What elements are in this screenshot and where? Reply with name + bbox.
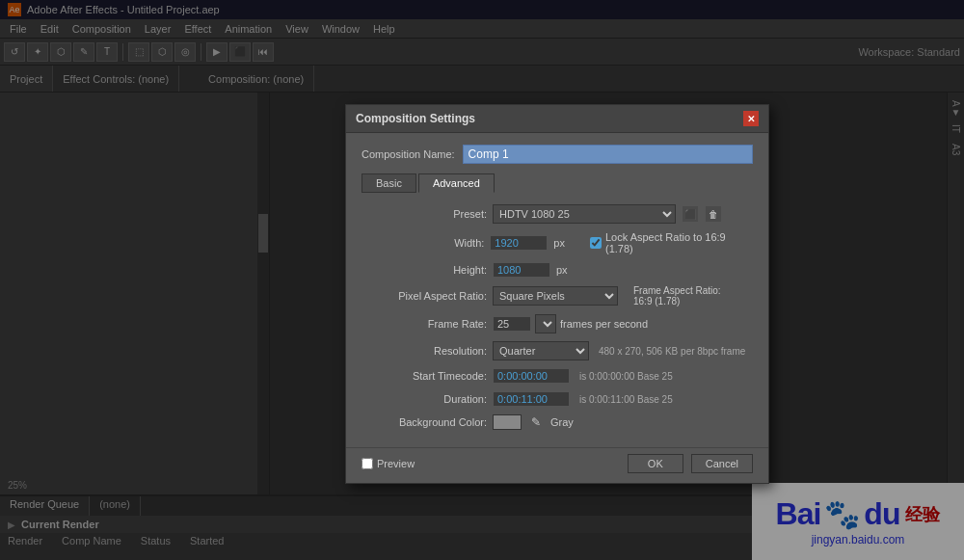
preview-checkbox-row: Preview	[362, 458, 415, 469]
resolution-info: 480 x 270, 506 KB per 8bpc frame	[599, 346, 745, 357]
lock-aspect-row: Lock Aspect Ratio to 16:9 (1.78)	[590, 231, 753, 254]
preset-icon-btn-1[interactable]: ⬛	[682, 205, 699, 223]
preset-icon-btn-2[interactable]: 🗑	[705, 205, 722, 223]
dialog-footer: Preview OK Cancel	[346, 447, 768, 483]
width-unit: px	[553, 237, 565, 249]
dialog-body: Composition Name: Basic Advanced Preset:…	[346, 133, 768, 447]
duration-label: Duration:	[362, 393, 487, 405]
frame-aspect-value: 16:9 (1.78)	[633, 296, 721, 307]
cancel-button[interactable]: Cancel	[691, 454, 753, 473]
frame-aspect-info: Frame Aspect Ratio: 16:9 (1.78)	[633, 285, 721, 307]
preview-label: Preview	[377, 458, 415, 469]
bg-color-row: Background Color: ✎ Gray	[362, 414, 753, 430]
frame-rate-dropdown[interactable]: ▾	[535, 314, 556, 333]
dialog-close-button[interactable]: ✕	[743, 111, 759, 126]
width-row: Width: px Lock Aspect Ratio to 16:9 (1.7…	[362, 231, 753, 254]
start-timecode-row: Start Timecode: is 0:00:00:00 Base 25	[362, 368, 753, 384]
tab-advanced[interactable]: Advanced	[418, 173, 495, 193]
frame-rate-input[interactable]	[493, 316, 531, 332]
height-row: Height: px	[362, 262, 753, 278]
bg-color-label: Background Color:	[362, 416, 487, 428]
bg-color-name: Gray	[550, 416, 574, 428]
frame-rate-label: Frame Rate:	[362, 318, 487, 330]
duration-input[interactable]	[493, 391, 570, 407]
width-label: Width:	[362, 237, 484, 249]
resolution-row: Resolution: Quarter 480 x 270, 506 KB pe…	[362, 341, 753, 360]
frame-aspect-label: Frame Aspect Ratio:	[633, 285, 721, 296]
frame-rate-controls: ▾ frames per second	[493, 314, 648, 333]
comp-name-input[interactable]	[463, 145, 753, 164]
start-timecode-base: is 0:00:00:00 Base 25	[579, 371, 673, 382]
lock-aspect-label: Lock Aspect Ratio to 16:9 (1.78)	[605, 231, 753, 254]
height-unit: px	[556, 264, 568, 276]
comp-name-row: Composition Name:	[362, 145, 753, 164]
height-label: Height:	[362, 264, 487, 276]
height-input[interactable]	[493, 262, 550, 278]
dialog-tabs: Basic Advanced	[362, 173, 753, 193]
ok-button[interactable]: OK	[628, 454, 683, 473]
frame-rate-row: Frame Rate: ▾ frames per second	[362, 314, 753, 333]
preview-checkbox[interactable]	[362, 458, 373, 469]
frame-rate-unit: frames per second	[560, 318, 648, 330]
start-timecode-label: Start Timecode:	[362, 370, 487, 382]
comp-name-label: Composition Name:	[362, 148, 455, 160]
tab-basic[interactable]: Basic	[362, 173, 416, 193]
dialog-titlebar: Composition Settings ✕	[346, 105, 768, 133]
dialog-footer-buttons: OK Cancel	[628, 454, 753, 473]
start-timecode-input[interactable]	[493, 368, 570, 384]
duration-base: is 0:00:11:00 Base 25	[579, 394, 673, 405]
composition-settings-dialog: Composition Settings ✕ Composition Name:…	[345, 104, 769, 484]
dialog-title: Composition Settings	[356, 112, 475, 125]
duration-row: Duration: is 0:00:11:00 Base 25	[362, 391, 753, 407]
preset-row: Preset: HDTV 1080 25 ⬛ 🗑	[362, 204, 753, 224]
resolution-label: Resolution:	[362, 345, 487, 357]
preset-label: Preset:	[362, 208, 487, 220]
width-input[interactable]	[490, 235, 548, 251]
pixel-aspect-select[interactable]: Square Pixels	[493, 286, 618, 306]
resolution-select[interactable]: Quarter	[493, 341, 589, 360]
pixel-aspect-row: Pixel Aspect Ratio: Square Pixels Frame …	[362, 285, 753, 307]
eyedropper-button[interactable]: ✎	[527, 414, 545, 430]
pixel-aspect-label: Pixel Aspect Ratio:	[362, 290, 487, 302]
preset-select[interactable]: HDTV 1080 25	[493, 204, 676, 224]
bg-color-swatch[interactable]	[493, 414, 522, 430]
lock-aspect-checkbox[interactable]	[590, 237, 602, 249]
